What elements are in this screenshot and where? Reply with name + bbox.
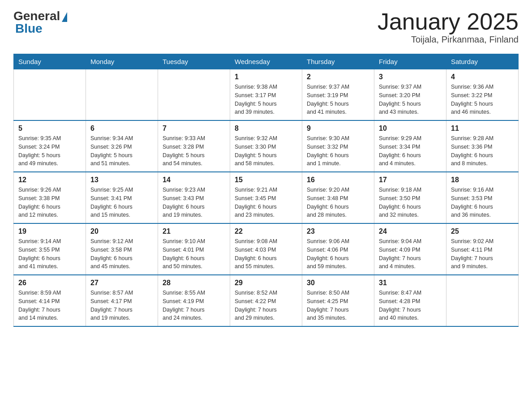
day-number: 11	[451, 124, 514, 133]
calendar-subtitle: Toijala, Pirkanmaa, Finland	[378, 34, 519, 45]
calendar-cell: 10Sunrise: 9:29 AM Sunset: 3:34 PM Dayli…	[374, 120, 446, 172]
calendar-cell: 21Sunrise: 9:10 AM Sunset: 4:01 PM Dayli…	[158, 223, 230, 275]
day-info: Sunrise: 9:28 AM Sunset: 3:36 PM Dayligh…	[451, 134, 514, 168]
logo: General Blue	[13, 9, 67, 36]
calendar-cell: 23Sunrise: 9:06 AM Sunset: 4:06 PM Dayli…	[302, 223, 374, 275]
day-info: Sunrise: 9:14 AM Sunset: 3:55 PM Dayligh…	[18, 237, 81, 271]
calendar-cell: 18Sunrise: 9:16 AM Sunset: 3:53 PM Dayli…	[446, 172, 519, 223]
day-number: 31	[379, 279, 442, 287]
calendar-cell: 4Sunrise: 9:36 AM Sunset: 3:22 PM Daylig…	[446, 69, 519, 121]
calendar-cell: 8Sunrise: 9:32 AM Sunset: 3:30 PM Daylig…	[230, 120, 302, 172]
calendar-cell: 6Sunrise: 9:34 AM Sunset: 3:26 PM Daylig…	[86, 120, 158, 172]
calendar-cell: 30Sunrise: 8:50 AM Sunset: 4:25 PM Dayli…	[302, 275, 374, 326]
calendar-week-row: 26Sunrise: 8:59 AM Sunset: 4:14 PM Dayli…	[14, 275, 519, 326]
day-info: Sunrise: 9:20 AM Sunset: 3:48 PM Dayligh…	[307, 186, 369, 219]
day-info: Sunrise: 9:29 AM Sunset: 3:34 PM Dayligh…	[379, 134, 442, 168]
day-info: Sunrise: 9:35 AM Sunset: 3:24 PM Dayligh…	[18, 134, 81, 168]
calendar-cell: 27Sunrise: 8:57 AM Sunset: 4:17 PM Dayli…	[86, 275, 158, 326]
weekday-header-monday: Monday	[86, 54, 158, 69]
weekday-header-saturday: Saturday	[446, 54, 519, 69]
day-info: Sunrise: 8:47 AM Sunset: 4:28 PM Dayligh…	[379, 289, 442, 322]
day-info: Sunrise: 9:37 AM Sunset: 3:19 PM Dayligh…	[307, 83, 369, 116]
day-number: 3	[379, 73, 442, 81]
weekday-header-thursday: Thursday	[302, 54, 374, 69]
calendar-cell: 15Sunrise: 9:21 AM Sunset: 3:45 PM Dayli…	[230, 172, 302, 223]
day-info: Sunrise: 9:10 AM Sunset: 4:01 PM Dayligh…	[163, 237, 225, 271]
day-number: 14	[163, 176, 225, 184]
calendar-cell: 25Sunrise: 9:02 AM Sunset: 4:11 PM Dayli…	[446, 223, 519, 275]
calendar-cell: 31Sunrise: 8:47 AM Sunset: 4:28 PM Dayli…	[374, 275, 446, 326]
day-number: 9	[307, 124, 369, 133]
day-number: 2	[307, 73, 369, 81]
calendar-cell: 14Sunrise: 9:23 AM Sunset: 3:43 PM Dayli…	[158, 172, 230, 223]
calendar-cell: 26Sunrise: 8:59 AM Sunset: 4:14 PM Dayli…	[14, 275, 86, 326]
day-number: 25	[451, 227, 514, 235]
calendar-cell: 19Sunrise: 9:14 AM Sunset: 3:55 PM Dayli…	[14, 223, 86, 275]
day-number: 12	[18, 176, 81, 184]
calendar-cell	[446, 275, 519, 326]
day-info: Sunrise: 9:04 AM Sunset: 4:09 PM Dayligh…	[379, 237, 442, 271]
calendar-cell	[158, 69, 230, 121]
day-number: 20	[90, 227, 153, 235]
logo-block: General Blue	[13, 9, 67, 36]
calendar-cell	[86, 69, 158, 121]
day-info: Sunrise: 9:37 AM Sunset: 3:20 PM Dayligh…	[379, 83, 442, 116]
calendar-cell: 12Sunrise: 9:26 AM Sunset: 3:38 PM Dayli…	[14, 172, 86, 223]
day-info: Sunrise: 8:52 AM Sunset: 4:22 PM Dayligh…	[235, 289, 297, 322]
day-number: 5	[18, 124, 81, 133]
calendar-week-row: 19Sunrise: 9:14 AM Sunset: 3:55 PM Dayli…	[14, 223, 519, 275]
day-info: Sunrise: 9:06 AM Sunset: 4:06 PM Dayligh…	[307, 237, 369, 271]
day-info: Sunrise: 9:12 AM Sunset: 3:58 PM Dayligh…	[90, 237, 153, 271]
day-info: Sunrise: 8:57 AM Sunset: 4:17 PM Dayligh…	[90, 289, 153, 322]
day-info: Sunrise: 8:50 AM Sunset: 4:25 PM Dayligh…	[307, 289, 369, 322]
day-number: 10	[379, 124, 442, 133]
calendar-cell: 16Sunrise: 9:20 AM Sunset: 3:48 PM Dayli…	[302, 172, 374, 223]
calendar-cell: 3Sunrise: 9:37 AM Sunset: 3:20 PM Daylig…	[374, 69, 446, 121]
title-block: January 2025 Toijala, Pirkanmaa, Finland	[378, 9, 519, 45]
calendar-cell: 13Sunrise: 9:25 AM Sunset: 3:41 PM Dayli…	[86, 172, 158, 223]
day-number: 27	[90, 279, 153, 287]
day-info: Sunrise: 9:30 AM Sunset: 3:32 PM Dayligh…	[307, 134, 369, 168]
day-number: 7	[163, 124, 225, 133]
day-info: Sunrise: 9:36 AM Sunset: 3:22 PM Dayligh…	[451, 83, 514, 116]
day-number: 1	[235, 73, 297, 81]
day-info: Sunrise: 9:16 AM Sunset: 3:53 PM Dayligh…	[451, 186, 514, 219]
day-number: 16	[307, 176, 369, 184]
day-number: 26	[18, 279, 81, 287]
calendar-week-row: 5Sunrise: 9:35 AM Sunset: 3:24 PM Daylig…	[14, 120, 519, 172]
weekday-header-friday: Friday	[374, 54, 446, 69]
calendar-cell: 29Sunrise: 8:52 AM Sunset: 4:22 PM Dayli…	[230, 275, 302, 326]
day-number: 18	[451, 176, 514, 184]
day-number: 29	[235, 279, 297, 287]
calendar-table: SundayMondayTuesdayWednesdayThursdayFrid…	[13, 54, 519, 327]
day-info: Sunrise: 9:38 AM Sunset: 3:17 PM Dayligh…	[235, 83, 297, 116]
day-number: 28	[163, 279, 225, 287]
calendar-cell: 5Sunrise: 9:35 AM Sunset: 3:24 PM Daylig…	[14, 120, 86, 172]
calendar-cell: 17Sunrise: 9:18 AM Sunset: 3:50 PM Dayli…	[374, 172, 446, 223]
weekday-header-tuesday: Tuesday	[158, 54, 230, 69]
day-number: 19	[18, 227, 81, 235]
calendar-header-row: SundayMondayTuesdayWednesdayThursdayFrid…	[14, 54, 519, 69]
day-info: Sunrise: 9:08 AM Sunset: 4:03 PM Dayligh…	[235, 237, 297, 271]
day-info: Sunrise: 9:02 AM Sunset: 4:11 PM Dayligh…	[451, 237, 514, 271]
logo-triangle-icon	[62, 12, 67, 22]
page-header: General Blue January 2025 Toijala, Pirka…	[13, 9, 519, 45]
day-number: 24	[379, 227, 442, 235]
day-info: Sunrise: 9:18 AM Sunset: 3:50 PM Dayligh…	[379, 186, 442, 219]
day-number: 21	[163, 227, 225, 235]
day-number: 30	[307, 279, 369, 287]
day-info: Sunrise: 9:32 AM Sunset: 3:30 PM Dayligh…	[235, 134, 297, 168]
calendar-cell: 28Sunrise: 8:55 AM Sunset: 4:19 PM Dayli…	[158, 275, 230, 326]
calendar-cell: 1Sunrise: 9:38 AM Sunset: 3:17 PM Daylig…	[230, 69, 302, 121]
day-info: Sunrise: 9:21 AM Sunset: 3:45 PM Dayligh…	[235, 186, 297, 219]
weekday-header-wednesday: Wednesday	[230, 54, 302, 69]
day-info: Sunrise: 9:23 AM Sunset: 3:43 PM Dayligh…	[163, 186, 225, 219]
day-number: 17	[379, 176, 442, 184]
day-number: 23	[307, 227, 369, 235]
logo-blue-text: Blue	[15, 21, 43, 36]
calendar-cell: 9Sunrise: 9:30 AM Sunset: 3:32 PM Daylig…	[302, 120, 374, 172]
day-info: Sunrise: 9:34 AM Sunset: 3:26 PM Dayligh…	[90, 134, 153, 168]
day-number: 22	[235, 227, 297, 235]
day-info: Sunrise: 9:26 AM Sunset: 3:38 PM Dayligh…	[18, 186, 81, 219]
day-number: 4	[451, 73, 514, 81]
